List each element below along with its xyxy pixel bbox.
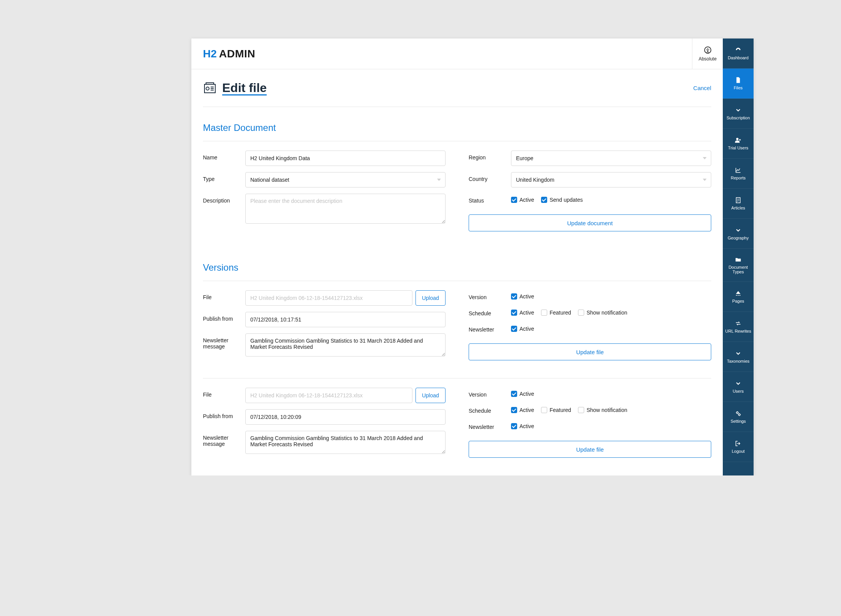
document-icon (735, 197, 742, 204)
svg-point-5 (739, 414, 740, 416)
sidebar-item-label: Users (733, 389, 744, 393)
checkbox-icon (511, 407, 517, 413)
svg-point-4 (737, 412, 739, 414)
sidebar-item-url-rewrites[interactable]: URL Rewrites (723, 312, 754, 342)
show-notification-label: Show notification (586, 407, 627, 413)
schedule-show-notification-checkbox[interactable]: Show notification (578, 310, 627, 316)
sidebar-item-subscription[interactable]: Subscription (723, 99, 754, 129)
schedule-label: Schedule (469, 306, 511, 316)
description-label: Description (203, 194, 245, 204)
master-section-title: Master Document (203, 122, 711, 133)
sidebar-item-files[interactable]: Files (723, 69, 754, 99)
logo-prefix: H2 (203, 48, 217, 60)
region-label: Region (469, 151, 511, 161)
sidebar-item-label: URL Rewrites (725, 329, 751, 333)
schedule-featured-checkbox[interactable]: Featured (541, 407, 571, 413)
divider (203, 141, 711, 141)
sidebar-item-reports[interactable]: Reports (723, 159, 754, 189)
schedule-show-notification-checkbox[interactable]: Show notification (578, 407, 627, 413)
active-label: Active (519, 310, 534, 316)
checkbox-icon (578, 310, 584, 316)
svg-point-2 (736, 138, 739, 140)
checkbox-icon (578, 407, 584, 413)
active-label: Active (519, 326, 534, 332)
country-select-wrap (511, 172, 711, 187)
sidebar-item-label: Dashboard (728, 55, 749, 60)
sidebar-item-taxonomies[interactable]: Taxonomies (723, 342, 754, 372)
newsletter-checkbox-row: Active (511, 323, 534, 332)
status-active-checkbox[interactable]: Active (511, 197, 534, 203)
file-display: H2 United Kingdom 06-12-18-1544127123.xl… (245, 290, 412, 306)
upload-button[interactable]: Upload (415, 388, 446, 403)
file-value-row: H2 United Kingdom 06-12-18-1544127123.xl… (245, 290, 446, 306)
update-file-button[interactable]: Update file (469, 441, 711, 458)
sidebar-item-pages[interactable]: Pages (723, 282, 754, 312)
newsletter-message-row: Newsletter message (203, 333, 446, 357)
name-row: Name (203, 151, 446, 166)
swap-icon (735, 320, 742, 327)
newsletter-message-input[interactable] (245, 333, 446, 357)
sidebar-item-label: Articles (731, 206, 745, 210)
version-form-right: Version Active Schedule (469, 388, 711, 460)
publish-from-input[interactable] (245, 312, 446, 327)
update-file-button[interactable]: Update file (469, 343, 711, 360)
name-input[interactable] (245, 151, 446, 166)
newsletter-label: Newsletter (469, 323, 511, 333)
sidebar-item-dashboard[interactable]: Dashboard (723, 38, 754, 69)
country-select[interactable] (511, 172, 711, 187)
file-label: File (203, 290, 245, 300)
sidebar-item-settings[interactable]: Settings (723, 402, 754, 432)
type-select[interactable] (245, 172, 446, 187)
sidebar-item-label: Reports (731, 176, 746, 180)
sidebar-item-label: Document Types (724, 265, 752, 274)
version-active-checkbox[interactable]: Active (511, 391, 534, 397)
chevron-down-icon (735, 227, 742, 234)
absolute-button[interactable]: Absolute (692, 38, 723, 69)
master-document-section: Master Document Name Type Descri (203, 122, 711, 231)
svg-point-1 (707, 48, 708, 49)
sidebar-item-users[interactable]: Users (723, 372, 754, 402)
master-form-left: Name Type Description (203, 151, 446, 231)
sidebar-item-geography[interactable]: Geography (723, 219, 754, 249)
absolute-label: Absolute (699, 56, 717, 62)
publish-from-input[interactable] (245, 409, 446, 425)
status-send-updates-checkbox[interactable]: Send updates (541, 197, 583, 203)
newsletter-message-label: Newsletter message (203, 333, 245, 350)
version-active-checkbox[interactable]: Active (511, 293, 534, 300)
newsletter-message-label: Newsletter message (203, 431, 245, 447)
newsletter-message-input[interactable] (245, 431, 446, 454)
svg-point-8 (206, 87, 209, 90)
show-notification-label: Show notification (586, 310, 627, 316)
checkbox-icon (511, 293, 517, 300)
region-select[interactable] (511, 151, 711, 166)
description-input[interactable] (245, 194, 446, 224)
file-row: File H2 United Kingdom 06-12-18-15441271… (203, 290, 446, 306)
active-label: Active (519, 391, 534, 397)
sidebar-item-document-types[interactable]: Document Types (723, 249, 754, 282)
version-label: Version (469, 290, 511, 300)
update-document-button[interactable]: Update document (469, 214, 711, 231)
country-row: Country (469, 172, 711, 187)
checkbox-icon (541, 197, 547, 203)
newsletter-active-checkbox[interactable]: Active (511, 423, 534, 429)
schedule-row: Schedule Active Featured (469, 404, 711, 414)
upload-button[interactable]: Upload (415, 290, 446, 306)
page-header: Edit file Cancel (203, 69, 711, 107)
checkbox-icon (511, 197, 517, 203)
checkbox-icon (511, 310, 517, 316)
schedule-active-checkbox[interactable]: Active (511, 407, 534, 413)
dashboard-icon (735, 47, 742, 54)
version-checkbox-row: Active (511, 388, 534, 397)
schedule-featured-checkbox[interactable]: Featured (541, 310, 571, 316)
cancel-link[interactable]: Cancel (693, 85, 711, 91)
chart-icon (735, 167, 742, 174)
active-label: Active (519, 423, 534, 429)
sidebar-item-logout[interactable]: Logout (723, 432, 754, 462)
sidebar-item-trial-users[interactable]: Trial Users (723, 129, 754, 159)
version-block-0: File H2 United Kingdom 06-12-18-15441271… (203, 290, 711, 363)
newsletter-active-checkbox[interactable]: Active (511, 326, 534, 332)
sidebar-item-articles[interactable]: Articles (723, 189, 754, 219)
description-row: Description (203, 194, 446, 224)
edit-file-icon (203, 81, 217, 95)
schedule-active-checkbox[interactable]: Active (511, 310, 534, 316)
